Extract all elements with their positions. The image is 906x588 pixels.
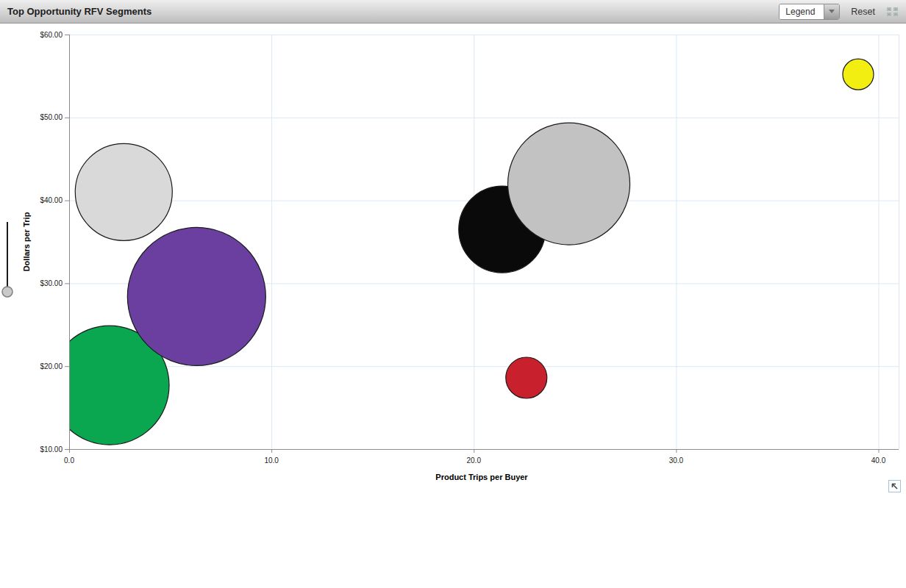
y-tick-label: $40.00 — [40, 196, 63, 204]
grid-icon[interactable] — [886, 7, 899, 17]
popout-button[interactable] — [888, 480, 901, 492]
legend-dropdown[interactable]: Legend — [779, 4, 840, 20]
bubble-red[interactable] — [506, 357, 547, 398]
x-tick-label: 0.0 — [64, 456, 74, 465]
x-axis-title: Product Trips per Buyer — [435, 473, 528, 481]
bubble-light-gray[interactable] — [75, 143, 172, 240]
chart-header: Top Opportunity RFV Segments Legend Rese… — [0, 0, 906, 24]
app-window: Top Opportunity RFV Segments Legend Rese… — [0, 0, 906, 588]
reset-button[interactable]: Reset — [851, 7, 875, 17]
x-tick-label: 30.0 — [669, 456, 684, 465]
x-tick-label: 40.0 — [871, 456, 886, 465]
y-tick-label: $50.00 — [40, 113, 63, 121]
arrow-up-left-icon — [891, 482, 899, 490]
bubble-layer — [50, 59, 874, 445]
zoom-slider[interactable] — [2, 222, 13, 297]
y-tick-label: $10.00 — [40, 445, 63, 453]
x-tick-label: 20.0 — [467, 456, 482, 465]
chevron-down-icon — [829, 10, 835, 13]
grid-squares-icon — [886, 7, 899, 17]
page-title: Top Opportunity RFV Segments — [7, 6, 151, 17]
bubble-purple[interactable] — [127, 227, 265, 365]
y-axis-title: Dollars per Trip — [22, 212, 31, 271]
legend-dropdown-button[interactable] — [824, 4, 839, 19]
legend-dropdown-value: Legend — [780, 4, 824, 19]
y-tick-label: $20.00 — [40, 362, 63, 370]
header-controls: Legend Reset — [779, 4, 899, 20]
zoom-slider-handle[interactable] — [2, 287, 13, 297]
bubble-chart: $60.00$50.00$40.00$30.00$20.00$10.000.01… — [0, 24, 906, 500]
y-tick-label: $60.00 — [40, 31, 63, 39]
bubble-gray[interactable] — [508, 123, 630, 245]
x-tick-label: 10.0 — [264, 456, 279, 465]
y-tick-label: $30.00 — [40, 279, 63, 287]
bubble-yellow[interactable] — [843, 59, 874, 90]
